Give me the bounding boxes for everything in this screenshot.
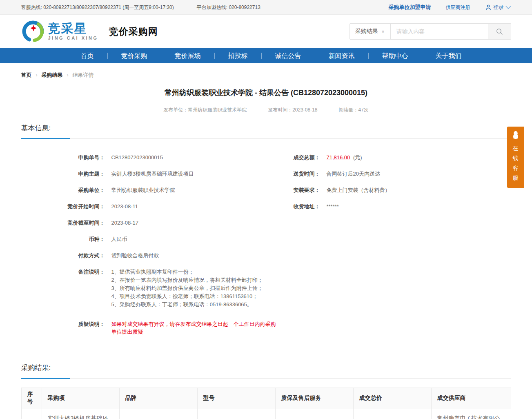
field-payment-method: 付款方式： 货到验收合格后付款 [21,252,281,259]
nav-item-about-us[interactable]: 关于我们 [422,48,475,63]
nav-item-integrity-notice[interactable]: 诚信公告 [262,48,315,63]
purchaser-join-link[interactable]: 采购单位加盟申请 [389,4,431,11]
field-label: 收货地址： [281,203,320,210]
main-nav: 首页 竞价采购 竞价展场 招投标 诚信公告 新闻资讯 帮助中心 关于我们 [0,48,532,63]
col-header-brand: 品牌 [119,388,197,408]
cell-total-price: 71,816.00 [353,408,431,419]
table-row: 1 实训大楼3楼机房基础环境建设 有参考品牌 有参考品牌 按行业标准提供服务 7… [21,408,511,419]
topbar: 客服热线: 020-80922713/80922307/80922371 (周一… [0,0,532,15]
nav-item-home[interactable]: 首页 [67,48,107,63]
field-label: 成交总额： [281,154,320,161]
field-value: 合同签订后20天内送达 [327,170,380,178]
meta-views: 阅读量：47次 [339,107,369,114]
field-label: 付款方式： [21,252,105,259]
search-bar: 采购结果 ∨ [349,23,511,40]
field-label: 采购单位： [21,186,105,194]
online-service-widget[interactable]: 在线客服 [507,127,524,188]
breadcrumb-current: 结果详情 [73,71,94,79]
brand-name: 竞采星 [48,22,98,35]
breadcrumb-separator: › [67,72,69,78]
supplier-register-link[interactable]: 供应商注册 [446,4,470,11]
field-bidding-start-time: 竞价开始时间： 2023-08-11 [21,203,281,210]
field-value: CB128072023000015 [111,154,163,161]
breadcrumb-separator: › [36,72,38,78]
section-heading: 采购结果: [21,364,51,372]
qq-penguin-icon [511,130,521,140]
section-basic-info: 基本信息: [21,123,511,139]
col-header-no: 序号 [21,388,42,408]
field-label: 备注说明： [21,268,105,309]
field-label: 竞价截至时间： [21,219,105,227]
meta-publish-time: 发布时间：2023-08-18 [268,107,317,114]
field-purchase-order-no: 申购单号： CB128072023000015 [21,154,281,161]
basic-info-grid: 申购单号： CB128072023000015 申购主题： 实训大楼3楼机房基础… [21,139,511,344]
field-label: 申购主题： [21,170,105,178]
chevron-down-icon: ∨ [381,29,385,34]
cell-model: 有参考品牌 [197,408,275,419]
col-header-item: 采购项 [42,388,119,408]
field-bidding-end-time: 竞价截至时间： 2023-08-17 [21,219,281,227]
service-hotline: 客服热线: 020-80922713/80922307/80922371 (周一… [21,4,174,11]
nav-item-tender[interactable]: 招投标 [215,48,261,63]
field-dispute-note: 质疑说明： 如果对成交结果有异议，请在发布成交结果之日起三个工作日内向采购单位提… [21,320,281,336]
search-button[interactable] [488,24,511,39]
nav-item-bidding-procurement[interactable]: 竞价采购 [108,48,161,63]
section-heading: 基本信息: [21,124,51,132]
nav-item-news[interactable]: 新闻资讯 [315,48,368,63]
online-service-label: 在线客服 [513,143,519,183]
table-header-row: 序号 采购项 品牌 型号 质保及售后服务 成交总价 成交供应商 [21,388,511,408]
col-header-model: 型号 [197,388,275,408]
field-value: 2023-08-11 [111,203,138,210]
login-label: 登录 [493,4,504,11]
remark-line: 2、在报价一览表内填写报价及响应情况，将相关材料全部打印； [111,276,263,284]
amount-unit: (元) [353,154,362,160]
site-name: 竞价采购网 [109,25,158,38]
field-purchasing-unit: 采购单位： 常州纺织服装职业技术学院 [21,186,281,194]
field-purchase-subject: 申购主题： 实训大楼3楼机房基础环境建设项目 [21,170,281,178]
cell-item: 实训大楼3楼机房基础环境建设 [42,408,119,419]
search-icon [496,28,503,35]
meta-publisher: 发布单位：常州纺织服装职业技术学院 [163,107,247,114]
dispute-text: 如果对成交结果有异议，请在发布成交结果之日起三个工作日内向采购单位提出质疑 [111,320,281,336]
field-value: ****** [327,203,339,210]
field-remarks: 备注说明： 1、提供营业执照副本复印件一份； 2、在报价一览表内填写报价及响应情… [21,268,281,309]
col-header-warranty-service: 质保及售后服务 [275,388,353,408]
total-amount-link[interactable]: 71,816.00 [327,154,350,160]
platform-hotline: 平台加盟热线: 020-80922713 [197,4,260,11]
cell-brand: 有参考品牌 [119,408,197,419]
search-category-value: 采购结果 [355,28,378,35]
site-header: 竞采星 JING CAI XING 竞价采购网 采购结果 ∨ [0,15,532,48]
field-value: 货到验收合格后付款 [111,252,159,259]
user-icon [485,4,492,11]
remark-line: 4、项目技术负责联系人：徐老师；联系电话：13861153610； [111,292,263,300]
col-header-total-price: 成交总价 [353,388,431,408]
field-label: 竞价开始时间： [21,203,105,210]
cell-no: 1 [21,408,42,419]
field-value: 实训大楼3楼机房基础环境建设项目 [111,170,194,178]
remark-line: 3、所有响应材料均加盖报价供应商公章，扫描后作为附件上传； [111,284,263,292]
nav-item-bidding-hall[interactable]: 竞价展场 [161,48,214,63]
page-title: 常州纺织服装职业技术学院 - 结果公告 (CB128072023000015) [21,88,511,98]
brand-name-en: JING CAI XING [48,36,98,40]
remark-line: 1、提供营业执照副本复印件一份； [111,268,263,276]
nav-item-help-center[interactable]: 帮助中心 [369,48,422,63]
section-accent-bar [21,378,70,379]
field-value: 免费上门安装（含材料费） [327,186,390,194]
field-value: 人民币 [111,235,127,243]
cell-warranty-service: 按行业标准提供服务 [275,408,353,419]
login-button[interactable]: 登录 [485,4,511,11]
field-installation-requirement: 安装要求： 免费上门安装（含材料费） [281,186,511,194]
remark-line: 5、采购经办联系人：丁老师；联系电话：0519-86336065。 [111,301,263,308]
section-purchase-result: 采购结果: [21,363,511,379]
search-input[interactable] [391,24,488,39]
field-label: 质疑说明： [21,320,105,336]
search-category-select[interactable]: 采购结果 ∨ [350,24,391,39]
breadcrumb-home[interactable]: 首页 [21,71,32,79]
field-value: 常州纺织服装职业技术学院 [111,186,175,194]
field-total-amount: 成交总额： 71,816.00 (元) [281,154,511,161]
field-label: 安装要求： [281,186,320,194]
cell-supplier: 常州狮普电子技术有限公司 [431,408,511,419]
breadcrumb-purchase-results[interactable]: 采购结果 [42,71,63,79]
field-currency: 币种： 人民币 [21,235,281,243]
col-header-supplier: 成交供应商 [431,388,511,408]
